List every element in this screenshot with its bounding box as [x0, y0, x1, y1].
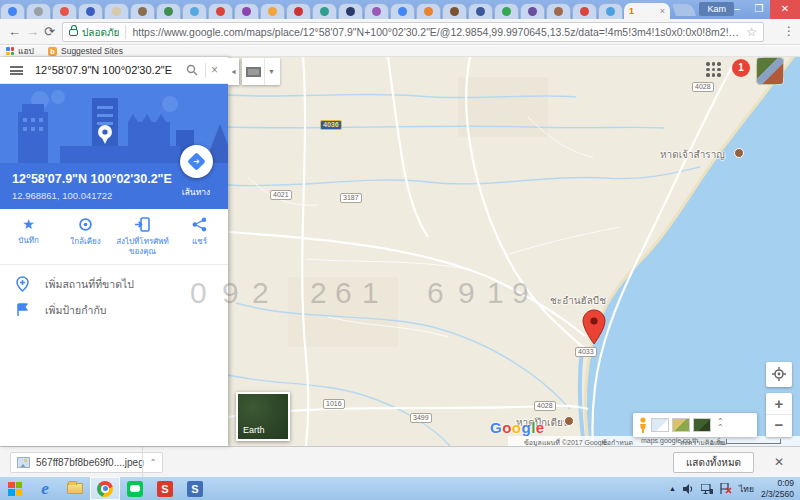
close-button[interactable]: ✕: [770, 0, 800, 19]
line-app-icon: [127, 481, 143, 497]
show-all-downloads-button[interactable]: แสดงทั้งหมด: [673, 452, 754, 473]
account-avatar[interactable]: [756, 57, 784, 85]
browser-tab[interactable]: [442, 3, 467, 19]
browser-tab[interactable]: [260, 3, 285, 19]
google-apps-grid-icon[interactable]: [706, 62, 721, 77]
zoom-in-button[interactable]: +: [766, 393, 792, 415]
browser-tab[interactable]: [468, 3, 493, 19]
browser-tab[interactable]: [26, 3, 51, 19]
add-missing-place-item[interactable]: เพิ่มสถานที่ที่ขาดไป: [0, 271, 228, 297]
notifications-badge[interactable]: 1: [732, 59, 750, 77]
browser-tab[interactable]: [182, 3, 207, 19]
collapse-sidebar-button[interactable]: ◂: [228, 58, 239, 85]
taskbar-app-s-blue[interactable]: S: [180, 477, 210, 500]
browser-tab[interactable]: [156, 3, 181, 19]
beach-poi-icon[interactable]: [564, 416, 574, 426]
browser-tab[interactable]: [520, 3, 545, 19]
new-tab-button[interactable]: [672, 4, 696, 16]
share-icon: [171, 217, 228, 235]
download-menu-caret-icon[interactable]: ⌃: [150, 458, 157, 467]
url-bar[interactable]: ปลอดภัย https://www.google.com/maps/plac…: [62, 22, 764, 42]
action-center-flag-icon[interactable]: [720, 483, 732, 494]
taskbar-chrome[interactable]: [90, 477, 120, 500]
imagery-thumb-map[interactable]: [651, 418, 669, 432]
map-canvas[interactable]: 4036 4021 3187 4028 4033 1016 3499 4028 …: [228, 57, 800, 446]
chevron-down-icon[interactable]: ▼: [264, 58, 275, 85]
google-logo-letter: e: [536, 419, 545, 436]
browser-tab[interactable]: [598, 3, 623, 19]
browser-tab[interactable]: [390, 3, 415, 19]
imagery-thumb-terrain[interactable]: [672, 418, 690, 432]
place-coordinates: 12.968861, 100.041722: [12, 190, 112, 201]
browser-tab[interactable]: [130, 3, 155, 19]
browser-tab[interactable]: [546, 3, 571, 19]
beach-poi-icon[interactable]: [734, 148, 744, 158]
tray-expand-icon[interactable]: ▲: [669, 485, 676, 492]
start-button[interactable]: [0, 477, 30, 500]
tab-favicon: [528, 7, 537, 16]
tab-favicon: [476, 7, 485, 16]
search-input[interactable]: [35, 64, 181, 76]
close-downloads-bar-icon[interactable]: ✕: [774, 455, 784, 469]
taskbar-clock[interactable]: 0:09 2/3/2560: [761, 478, 794, 498]
browser-tab[interactable]: [494, 3, 519, 19]
earth-view-toggle[interactable]: Earth: [236, 392, 290, 441]
browser-tab[interactable]: [104, 3, 129, 19]
browser-tab[interactable]: [208, 3, 233, 19]
download-item[interactable]: 567ff87bf8be69f0....jpeg ⌃: [10, 452, 163, 473]
bookmark-suggested-sites[interactable]: b Suggested Sites: [48, 46, 123, 56]
taskbar-app-s-red[interactable]: S: [150, 477, 180, 500]
imagery-thumb-satellite[interactable]: [693, 418, 711, 432]
map-type-control[interactable]: ▼: [242, 58, 280, 85]
tab-close-icon[interactable]: ×: [660, 6, 665, 16]
browser-tab[interactable]: [0, 3, 25, 19]
browser-tab[interactable]: [52, 3, 77, 19]
zoom-control: + −: [766, 393, 792, 437]
search-icon[interactable]: [186, 64, 198, 76]
my-location-button[interactable]: [766, 362, 792, 387]
clear-search-icon[interactable]: ×: [211, 63, 218, 77]
browser-tab[interactable]: [234, 3, 259, 19]
pegman-icon[interactable]: [638, 417, 648, 433]
minimize-button[interactable]: –: [726, 0, 748, 19]
language-indicator[interactable]: ไทย: [739, 482, 754, 496]
taskbar-line-app[interactable]: [120, 477, 150, 500]
zoom-out-button[interactable]: −: [766, 415, 792, 436]
bookmark-star-icon[interactable]: ☆: [746, 25, 757, 39]
add-label-label: เพิ่มป้ายกำกับ: [45, 302, 106, 319]
add-label-item[interactable]: เพิ่มป้ายกำกับ: [0, 297, 228, 323]
google-logo-letter: g: [522, 419, 532, 436]
reload-icon[interactable]: ⟳: [44, 24, 55, 39]
browser-tab[interactable]: [364, 3, 389, 19]
browser-tab[interactable]: [416, 3, 441, 19]
browser-menu-icon[interactable]: ⋮: [783, 24, 795, 38]
map-label-beach[interactable]: หาดเจ้าสำราญ: [660, 147, 725, 162]
collapse-imagery-icon[interactable]: ⌃⌃: [717, 419, 724, 431]
volume-icon[interactable]: [683, 484, 694, 494]
tab-favicon: [86, 7, 95, 16]
taskbar-internet-explorer[interactable]: e: [30, 477, 60, 500]
back-icon[interactable]: ←: [8, 24, 21, 39]
browser-tab[interactable]: [312, 3, 337, 19]
tab-favicon: [450, 7, 459, 16]
save-button[interactable]: ★ บันทึก: [0, 209, 57, 264]
nearby-button[interactable]: ใกล้เคียง: [57, 209, 114, 264]
menu-hamburger-icon[interactable]: [10, 66, 23, 75]
browser-tab[interactable]: [572, 3, 597, 19]
scale-label: 1 กม.: [710, 437, 727, 446]
bookmark-apps[interactable]: แอป: [6, 44, 34, 58]
terms-link[interactable]: ข้อกำหนด: [602, 437, 633, 446]
share-button[interactable]: แชร์: [171, 209, 228, 264]
active-tab[interactable]: 1 ×: [624, 3, 670, 19]
network-icon[interactable]: [701, 484, 713, 494]
browser-tab[interactable]: [286, 3, 311, 19]
restore-button[interactable]: ❐: [748, 0, 770, 19]
send-to-phone-button[interactable]: ส่งไปที่โทรศัพท์ของคุณ: [114, 209, 171, 264]
taskbar-file-explorer[interactable]: [60, 477, 90, 500]
browser-tab[interactable]: [338, 3, 363, 19]
url-text: https://www.google.com/maps/place/12°58'…: [132, 26, 740, 38]
map-label-place[interactable]: ชะอำนฮัลบีช: [528, 293, 628, 308]
forward-icon[interactable]: →: [26, 24, 39, 39]
browser-tab[interactable]: [78, 3, 103, 19]
directions-button[interactable]: ➜: [180, 145, 213, 178]
